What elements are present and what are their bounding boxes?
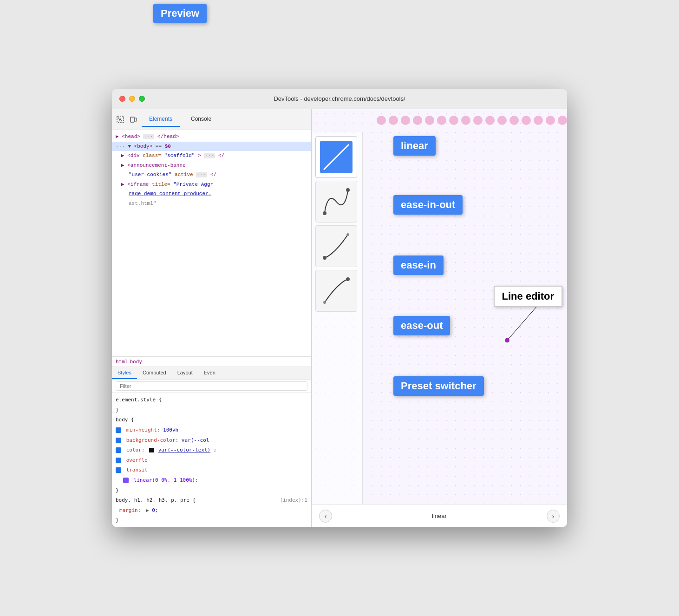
callout-preset-switcher: Preset switcher <box>393 376 484 396</box>
preset-ease-in[interactable] <box>315 225 357 267</box>
styles-filter <box>112 380 311 393</box>
body-h-close: } <box>112 515 311 525</box>
preview-area: linear ease-in-out ease-in ease-out Pres… <box>312 109 567 527</box>
css-linear: linear(0 0%, 1 100%); <box>112 475 311 485</box>
device-icon[interactable] <box>129 115 138 124</box>
checkbox-color[interactable] <box>116 447 121 453</box>
dom-line-rage: rage-demo-content-producer. <box>112 189 311 199</box>
styles-panel: Styles Computed Layout Even element.styl… <box>112 367 311 527</box>
svg-point-12 <box>505 338 509 343</box>
left-panel: Elements Console Preview ▶ <head> ··· </… <box>112 109 312 527</box>
dom-line-iframe: ▶ <iframe title= "Private Aggr <box>112 180 311 190</box>
svg-point-5 <box>323 211 326 215</box>
checkbox-transition[interactable] <box>116 467 121 473</box>
css-margin: margin: ▶ 0; <box>112 505 311 516</box>
styles-tabs: Styles Computed Layout Even <box>112 367 311 380</box>
preset-ease-out[interactable] <box>315 270 357 312</box>
css-overflow: overflo <box>112 455 311 465</box>
tab-console[interactable]: Console <box>183 112 219 127</box>
dom-line-scaffold: ▶ <div class= "scaffold" > ··· </ <box>112 151 311 161</box>
callout-linear: linear <box>393 136 436 156</box>
dom-line-head: ▶ <head> ··· </head> <box>112 132 311 142</box>
color-swatch <box>149 448 154 452</box>
line-editor-svg <box>497 132 562 499</box>
pink-dot <box>485 116 495 125</box>
checkbox-overflow[interactable] <box>116 458 121 463</box>
body-rule-selector: body { <box>112 415 311 425</box>
tab-styles[interactable]: Styles <box>112 367 137 379</box>
pink-dot <box>461 116 470 125</box>
element-style-close: } <box>112 405 311 415</box>
devtools-content: Elements Console Preview ▶ <head> ··· </… <box>112 109 567 527</box>
pink-dots-row <box>377 115 562 126</box>
css-transition: transit <box>112 465 311 475</box>
breadcrumb-body[interactable]: body <box>130 359 143 365</box>
svg-rect-1 <box>131 117 134 122</box>
pink-dot <box>413 116 422 125</box>
titlebar: DevTools - developer.chrome.com/docs/dev… <box>112 89 567 109</box>
svg-rect-2 <box>135 118 137 121</box>
pink-dot <box>449 116 458 125</box>
pink-dot <box>473 116 483 125</box>
pink-dot <box>425 116 434 125</box>
checkbox-linear[interactable] <box>123 478 129 483</box>
svg-point-7 <box>323 256 326 260</box>
css-min-height: min-height: 100vh <box>112 425 311 435</box>
right-panel: linear ease-in-out ease-in ease-out Pres… <box>312 109 567 527</box>
css-rules: element.style { } body { min-height: 100… <box>112 393 311 527</box>
dom-tree[interactable]: ▶ <head> ··· </head> ··· ▼ <body> == $0 … <box>112 130 311 356</box>
pink-dot <box>558 116 567 125</box>
inspect-icon[interactable] <box>116 115 125 124</box>
preview-bottom: ‹ linear › <box>312 504 567 527</box>
filter-input[interactable] <box>116 381 307 391</box>
css-bg-color: background-color: var(--col <box>112 435 311 446</box>
svg-point-9 <box>323 301 326 304</box>
dom-line-ast: ast.html" <box>112 199 311 209</box>
dom-line-user-cookies: "user-cookies" active ··· </ <box>112 170 311 180</box>
checkbox-min-height[interactable] <box>116 427 121 433</box>
easing-presets <box>312 132 363 504</box>
callout-line-editor: Line editor <box>494 286 562 307</box>
element-style-rule: element.style { <box>112 395 311 405</box>
breadcrumb: html body <box>112 356 311 367</box>
traffic-lights <box>119 96 145 102</box>
tab-computed[interactable]: Computed <box>137 367 172 379</box>
callout-ease-out: ease-out <box>393 316 450 335</box>
breadcrumb-html[interactable]: html <box>116 359 128 365</box>
current-preset-label: linear <box>432 512 447 519</box>
devtools-window: DevTools - developer.chrome.com/docs/dev… <box>112 89 567 527</box>
svg-point-6 <box>346 188 350 192</box>
pink-dot <box>534 116 543 125</box>
next-preset-button[interactable]: › <box>547 510 560 523</box>
dom-line-announcement: ▶ <announcement-banne <box>112 161 311 170</box>
close-button[interactable] <box>119 96 125 102</box>
css-color: color: var(--color-text) ; <box>112 445 311 455</box>
tab-elements[interactable]: Elements <box>142 112 180 127</box>
dom-line-body: ··· ▼ <body> == $0 <box>112 142 311 151</box>
tab-layout[interactable]: Layout <box>172 367 198 379</box>
checkbox-bg-color[interactable] <box>116 438 121 443</box>
preset-linear[interactable] <box>315 136 357 178</box>
body-rule-close: } <box>112 485 311 496</box>
tab-event[interactable]: Even <box>198 367 221 379</box>
callout-ease-in: ease-in <box>393 256 444 275</box>
pink-dot <box>522 116 531 125</box>
callout-ease-in-out: ease-in-out <box>393 195 463 215</box>
svg-point-10 <box>346 277 350 281</box>
window-title: DevTools - developer.chrome.com/docs/dev… <box>274 95 405 102</box>
pink-dot <box>497 116 507 125</box>
prev-preset-button[interactable]: ‹ <box>319 510 332 523</box>
body-h-selector: body, h1, h2, h3, p, pre { (index):1 <box>112 495 311 505</box>
minimize-button[interactable] <box>129 96 135 102</box>
pink-dot <box>437 116 446 125</box>
pink-dot <box>401 116 410 125</box>
preset-ease-in-out[interactable] <box>315 181 357 223</box>
maximize-button[interactable] <box>139 96 145 102</box>
pink-dot <box>546 116 555 125</box>
pink-dot <box>509 116 519 125</box>
css-origin: (index):1 <box>280 496 307 505</box>
pink-dot <box>377 116 386 125</box>
svg-point-8 <box>346 233 349 236</box>
top-toolbar: Elements Console Preview <box>112 109 311 130</box>
pink-dot <box>389 116 398 125</box>
